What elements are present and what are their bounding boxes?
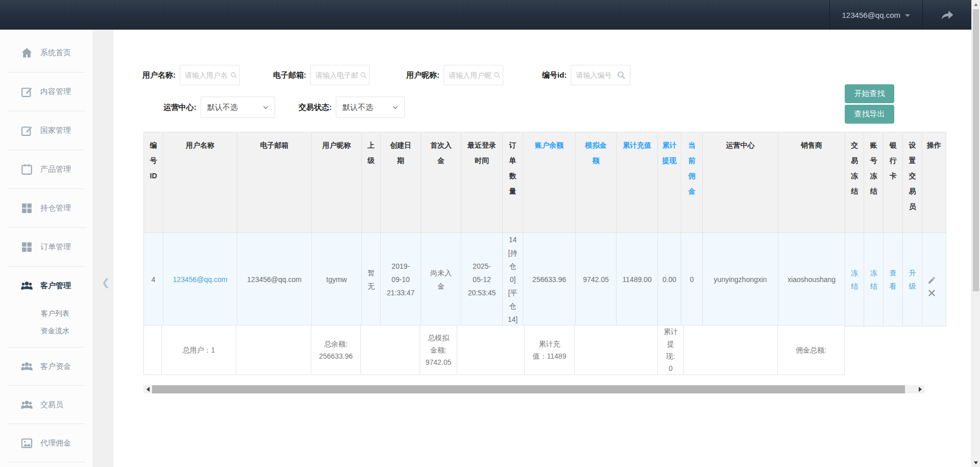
- bank-card-view-link[interactable]: 查 看: [884, 233, 903, 326]
- search-icon: [493, 71, 501, 79]
- start-search-button[interactable]: 开始查找: [845, 84, 894, 103]
- summary-total-commission: 佣金总额:: [778, 325, 845, 375]
- edit-icon: [20, 124, 33, 137]
- op-center-select[interactable]: 默认不选: [201, 97, 275, 118]
- sidebar-item-trader[interactable]: 交易员: [0, 386, 92, 424]
- sidebar-item-country[interactable]: 国家管理: [0, 111, 92, 150]
- cell-op-center: yunyingzhongxin: [703, 233, 778, 326]
- summary-total-demo: 总模拟 金额: 9742.05: [420, 325, 457, 375]
- col-header-trade-freeze: 交 易 冻 结: [845, 132, 864, 233]
- summary-empty: [144, 325, 162, 375]
- search-group-nickname: 用户昵称:: [406, 65, 503, 85]
- search-icon: [230, 71, 238, 79]
- users-icon: [20, 279, 33, 292]
- sidebar-item-content[interactable]: 内容管理: [0, 73, 92, 111]
- edit-icon: [20, 85, 33, 98]
- summary-empty: [575, 325, 658, 375]
- col-header-first-deposit: 首次入 金: [421, 132, 461, 233]
- col-header-orders: 订 单 数 量: [503, 132, 523, 233]
- summary-empty: [684, 325, 778, 375]
- col-header-ops: 操作: [922, 132, 946, 233]
- sidebar-collapse-chevron-icon[interactable]: ❮: [102, 276, 110, 288]
- summary-row: 总用户：1 总余额: 256633.96 总模拟 金额: 9742.05 累计充…: [144, 325, 845, 375]
- col-header-nickname: 用户昵称: [312, 132, 362, 233]
- scroll-right-arrow[interactable]: [916, 385, 924, 393]
- col-header-total-deposit[interactable]: 累计充值: [617, 132, 658, 233]
- search-group-email: 电子邮箱:: [273, 65, 370, 85]
- sidebar-item-home[interactable]: 系统首页: [0, 34, 92, 72]
- sidebar-item-customer-list[interactable]: 客户列表: [0, 305, 92, 322]
- share-arrow-icon: [940, 8, 955, 22]
- vertical-scrollbar[interactable]: [971, 0, 980, 467]
- grid-icon: [20, 241, 33, 253]
- horizontal-scrollbar-thumb[interactable]: [152, 385, 905, 393]
- sidebar-item-customer-fund[interactable]: 客户资金: [0, 347, 92, 385]
- scroll-up-arrow[interactable]: [974, 3, 978, 6]
- scroll-down-arrow[interactable]: [974, 461, 978, 464]
- email-label: 电子邮箱:: [273, 71, 306, 80]
- main-content: 用户名称: 电子邮箱: 用户昵称: 编号id:: [113, 30, 971, 467]
- cell-created: 2019- 09-10 21:33:47: [381, 233, 421, 326]
- image-icon: [20, 437, 33, 450]
- cell-total-withdraw: 0.00: [658, 233, 681, 326]
- sidebar-item-agent-commission[interactable]: 代理佣金: [0, 424, 92, 462]
- table-header-row: 编 号 ID 用户名称 电子邮箱 用户昵称 上 级 创建日 期 首次入 金 最近…: [144, 132, 946, 233]
- search-export-button[interactable]: 查找导出: [845, 105, 894, 124]
- user-account-menu[interactable]: 123456@qq.com: [830, 0, 922, 30]
- col-header-commission[interactable]: 当 前 佣 金: [681, 132, 703, 233]
- cell-nickname: tgymw: [312, 233, 362, 326]
- summary-empty: [236, 325, 311, 375]
- customer-submenu: 客户列表 资金流水: [0, 305, 92, 347]
- search-group-op-center: 运营中心: 默认不选: [163, 97, 275, 118]
- sidebar-item-fund-flow[interactable]: 资金流水: [0, 322, 92, 340]
- users-icon: [20, 399, 33, 411]
- col-header-demo-amount[interactable]: 模拟金 额: [576, 132, 617, 233]
- logout-share-button[interactable]: [923, 0, 971, 30]
- edit-pencil-icon[interactable]: [927, 276, 936, 285]
- users-icon: [20, 360, 33, 373]
- summary-total-users: 总用户：1: [162, 325, 236, 375]
- sidebar-item-customer[interactable]: 客户管理: [0, 267, 92, 305]
- cell-total-deposit: 11489.00: [617, 233, 658, 326]
- cell-username-link[interactable]: 123456@qq.com: [163, 233, 237, 326]
- cell-demo-amount: 9742.05: [576, 233, 617, 326]
- cell-ops: [922, 233, 946, 326]
- table-row: 4 123456@qq.com 123456@qq.com tgymw 暂 无 …: [144, 233, 946, 326]
- col-header-id: 编 号 ID: [144, 132, 163, 233]
- op-center-label: 运营中心:: [163, 103, 197, 112]
- cell-email: 123456@qq.com: [237, 233, 312, 326]
- nickname-label: 用户昵称:: [406, 71, 439, 80]
- cell-id: 4: [144, 233, 163, 326]
- search-group-username: 用户名称:: [142, 65, 240, 85]
- sidebar-item-order[interactable]: 订单管理: [0, 228, 92, 266]
- chevron-down-icon: [391, 104, 399, 111]
- sidebar-item-position[interactable]: 持仓管理: [0, 189, 92, 227]
- calendar-icon: [20, 163, 33, 176]
- col-header-balance[interactable]: 账户余额: [523, 132, 576, 233]
- col-header-op-center: 运营中心: [703, 132, 778, 233]
- trade-freeze-link[interactable]: 冻 结: [845, 233, 864, 326]
- search-group-id: 编号id:: [542, 65, 630, 85]
- summary-empty: [361, 325, 420, 375]
- trade-status-label: 交易状态:: [299, 103, 332, 112]
- delete-close-icon[interactable]: [927, 289, 936, 297]
- grid-icon: [20, 202, 33, 215]
- col-header-account-freeze: 账 号 冻 结: [864, 132, 884, 233]
- search-icon[interactable]: [616, 70, 626, 80]
- vertical-scrollbar-thumb[interactable]: [973, 9, 979, 291]
- horizontal-scrollbar[interactable]: [143, 385, 924, 393]
- sidebar-item-product[interactable]: 产品管理: [0, 150, 92, 189]
- summary-empty: [457, 325, 525, 375]
- cell-first-deposit: 尚未入 金: [421, 233, 461, 326]
- username-label: 用户名称:: [142, 71, 176, 80]
- summary-total-withdraw: 累计 提 现: 0: [658, 325, 684, 375]
- cell-orders: 14 [持 仓 0] [平 仓 14]: [503, 233, 523, 326]
- col-header-last-login: 最近登录 时间: [461, 132, 503, 233]
- customer-table: 编 号 ID 用户名称 电子邮箱 用户昵称 上 级 创建日 期 首次入 金 最近…: [143, 132, 946, 326]
- account-freeze-link[interactable]: 冻 结: [864, 233, 884, 326]
- col-header-bank-card: 银 行 卡: [884, 132, 903, 233]
- scroll-left-arrow[interactable]: [143, 385, 152, 393]
- set-trader-upgrade-link[interactable]: 升 级: [903, 233, 922, 326]
- trade-status-select[interactable]: 默认不选: [336, 97, 405, 118]
- col-header-total-withdraw[interactable]: 累计 提现: [658, 132, 681, 233]
